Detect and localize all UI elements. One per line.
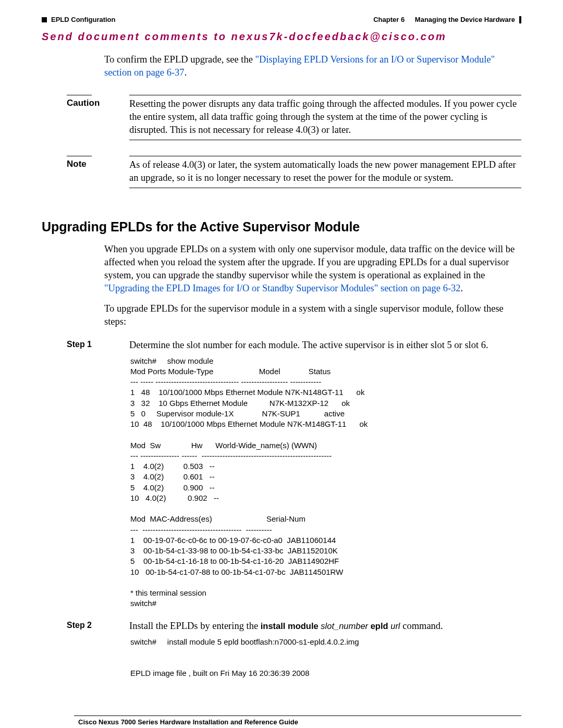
step-1: Step 1 Determine the slot number for eac… — [42, 339, 521, 352]
note-block: Note As of release 4.0(3) or later, the … — [42, 156, 521, 188]
step-2-cmd1: install module — [261, 621, 321, 631]
caution-label: Caution — [67, 97, 119, 109]
para1-link[interactable]: "Upgrading the EPLD Images for I/O or St… — [104, 283, 461, 293]
step-2: Step 2 Install the EPLDs by entering the… — [42, 620, 521, 633]
step-2-label: Step 2 — [42, 620, 119, 633]
section-heading: Upgrading EPLDs for the Active Superviso… — [42, 219, 521, 235]
para1-suffix: . — [461, 283, 463, 293]
intro-text-suffix: . — [185, 67, 187, 78]
intro-text-prefix: To confirm the EPLD upgrade, see the — [104, 54, 255, 65]
header-section: EPLD Configuration — [51, 16, 116, 23]
section-para-2: To upgrade EPLDs for the supervisor modu… — [104, 302, 521, 328]
footer-doc-title: Cisco Nexus 7000 Series Hardware Install… — [78, 718, 298, 726]
header-bar-icon — [519, 16, 521, 23]
step-2-cmd2: epld — [368, 621, 390, 631]
feedback-banner: Send document comments to nexus7k-docfee… — [42, 31, 521, 43]
section-para-1: When you upgrade EPLDs on a system with … — [104, 243, 521, 295]
step-2-arg2: url — [390, 621, 400, 631]
header-chapter-label: Chapter 6 — [373, 16, 405, 23]
note-label: Note — [67, 158, 119, 170]
caution-block: Caution Resetting the power disrupts any… — [42, 95, 521, 140]
step-2-prefix: Install the EPLDs by entering the — [129, 621, 261, 631]
step-1-cli: switch# show module Mod Ports Module-Typ… — [130, 356, 521, 609]
step-2-cli: switch# install module 5 epld bootflash:… — [130, 637, 521, 679]
step-2-suffix: command. — [400, 621, 443, 631]
note-text: As of release 4.0(3) or later, the syste… — [129, 158, 521, 184]
caution-text: Resetting the power disrupts any data tr… — [129, 97, 521, 137]
header-chapter-title: Managing the Device Hardware — [415, 16, 515, 23]
step-1-label: Step 1 — [42, 339, 119, 352]
intro-paragraph: To confirm the EPLD upgrade, see the "Di… — [104, 53, 521, 79]
step-1-text: Determine the slot number for each modul… — [129, 339, 521, 352]
step-2-arg1: slot_number — [321, 621, 368, 631]
page-footer: Cisco Nexus 7000 Series Hardware Install… — [42, 715, 521, 728]
step-2-text: Install the EPLDs by entering the instal… — [129, 620, 521, 633]
para1-prefix: When you upgrade EPLDs on a system with … — [104, 244, 515, 280]
page-header: EPLD Configuration Chapter 6 Managing th… — [42, 16, 521, 23]
header-marker-icon — [42, 17, 47, 22]
